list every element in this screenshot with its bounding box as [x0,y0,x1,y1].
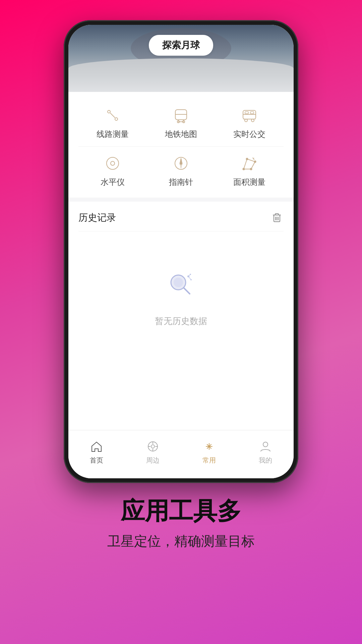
nav-nearby-label: 周边 [146,456,160,465]
bottom-text-section: 应用工具多 卫星定位，精确测量目标 [87,496,275,550]
explore-badge: 探索月球 [149,35,213,56]
phone-screen: 探索月球 [68,25,294,478]
svg-point-13 [251,119,254,122]
tool-area-measure[interactable]: 面积测量 [224,153,275,187]
tool-level[interactable]: 水平仪 [87,153,138,187]
nearby-icon [145,439,160,454]
svg-rect-16 [245,112,248,114]
svg-point-27 [250,168,252,170]
tool-bus-label: 实时公交 [233,129,265,140]
line-measure-icon [103,105,123,125]
history-section: 历史记录 [68,202,294,430]
tool-compass-label: 指南针 [169,177,193,187]
svg-point-1 [115,118,118,120]
bottom-subtitle: 卫星定位，精确测量目标 [107,532,255,550]
tools-row-2: 水平仪 指南针 [78,146,284,194]
tool-subway-map[interactable]: 地铁地图 [156,105,206,140]
svg-point-36 [174,278,183,287]
nav-item-nearby[interactable]: 周边 [125,436,181,468]
tool-line-measure[interactable]: 线路测量 [87,105,138,140]
header-image: 探索月球 [68,25,294,92]
svg-line-28 [252,158,254,160]
nav-item-mine[interactable]: 我的 [237,436,294,468]
bottom-nav: 首页 周边 [68,430,294,478]
phone-frame: 探索月球 [64,20,298,483]
screen-content: 探索月球 [68,25,294,478]
svg-point-43 [151,445,155,448]
nav-common-label: 常用 [202,456,216,465]
tool-level-label: 水平仪 [101,177,125,187]
svg-line-2 [110,113,115,118]
tool-area-label: 面积测量 [233,177,265,187]
nav-mine-label: 我的 [259,456,272,465]
nav-item-home[interactable]: 首页 [68,436,125,468]
tool-subway-label: 地铁地图 [165,129,197,140]
area-measure-icon [239,153,259,173]
empty-history-text: 暂无历史数据 [155,315,207,327]
common-icon [202,439,217,454]
nav-item-common[interactable]: 常用 [181,436,237,468]
mine-icon [258,439,273,454]
svg-line-35 [184,288,190,294]
tool-line-measure-label: 线路测量 [97,129,129,140]
section-divider [68,198,294,202]
svg-point-25 [246,158,248,160]
bus-icon [239,105,259,125]
svg-rect-17 [250,112,254,114]
level-icon [103,153,123,173]
svg-point-18 [107,157,119,169]
svg-point-52 [263,442,268,447]
svg-point-12 [245,119,247,122]
compass-icon [171,153,191,173]
empty-history-state: 暂无历史数据 [78,231,284,354]
empty-history-icon [161,265,201,305]
bottom-main-title: 应用工具多 [107,496,255,525]
delete-history-button[interactable] [270,211,284,224]
svg-point-19 [111,161,115,165]
svg-line-40 [188,274,190,276]
tools-grid: 线路测量 [68,92,294,198]
svg-line-41 [188,276,191,280]
svg-point-26 [254,161,256,163]
history-header: 历史记录 [78,202,284,231]
svg-point-0 [108,110,110,113]
svg-point-23 [180,162,182,164]
nav-home-label: 首页 [90,456,103,465]
phone-wrapper: 探索月球 [64,20,298,483]
explore-badge-text: 探索月球 [162,40,200,50]
svg-point-24 [243,168,245,170]
history-title: 历史记录 [78,211,116,224]
home-icon [89,439,104,454]
tools-row-1: 线路测量 [78,99,284,146]
tool-realtime-bus[interactable]: 实时公交 [224,105,275,140]
tool-compass[interactable]: 指南针 [156,153,206,187]
moon-surface [68,58,294,92]
subway-icon [171,105,191,125]
